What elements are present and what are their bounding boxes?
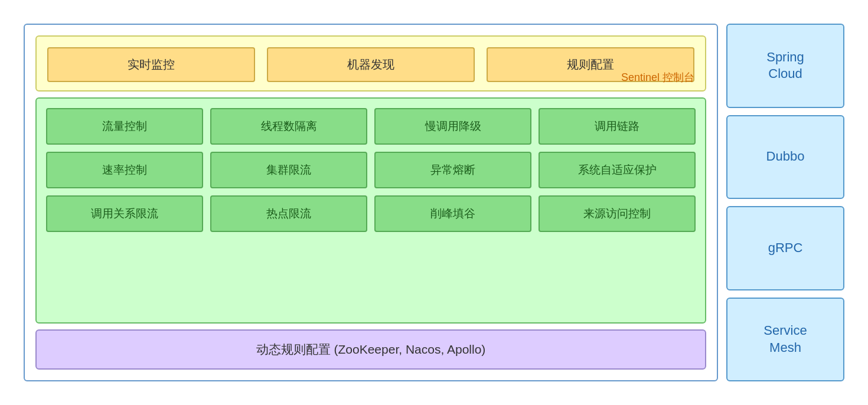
sidebar-service-mesh: Service Mesh xyxy=(726,298,844,382)
feature-hotspot-limit: 热点限流 xyxy=(210,195,367,232)
feature-thread-isolation: 线程数隔离 xyxy=(210,108,367,145)
sentinel-label: Sentinel 控制台 xyxy=(621,70,694,84)
dynamic-rules-section: 动态规则配置 (ZooKeeper, Nacos, Apollo) xyxy=(35,329,706,370)
feature-cluster-limit: 集群限流 xyxy=(210,152,367,188)
feature-access-control: 来源访问控制 xyxy=(539,195,696,232)
feature-peak-clipping: 削峰填谷 xyxy=(374,195,531,232)
main-panel: 实时监控 机器发现 规则配置 Sentinel 控制台 流量控制 线程数隔离 慢… xyxy=(24,24,718,381)
features-section: 流量控制 线程数隔离 慢调用降级 调用链路 速率控制 集群限流 异常熔断 系统自… xyxy=(35,97,706,324)
sidebar-spring-cloud: Spring Cloud xyxy=(726,24,844,108)
sentinel-section: 实时监控 机器发现 规则配置 Sentinel 控制台 xyxy=(35,35,706,92)
right-sidebar: Spring Cloud Dubbo gRPC Service Mesh xyxy=(726,24,844,381)
feature-system-adaptive: 系统自适应保护 xyxy=(539,152,696,188)
feature-flow-control: 流量控制 xyxy=(46,108,203,145)
feature-call-chain: 调用链路 xyxy=(539,108,696,145)
features-row-1: 流量控制 线程数隔离 慢调用降级 调用链路 xyxy=(46,108,696,145)
sentinel-box-discovery: 机器发现 xyxy=(267,47,475,82)
feature-rate-control: 速率控制 xyxy=(46,152,203,188)
sidebar-grpc: gRPC xyxy=(726,206,844,290)
feature-relation-limit: 调用关系限流 xyxy=(46,195,203,232)
feature-exception-break: 异常熔断 xyxy=(374,152,531,188)
features-row-2: 速率控制 集群限流 异常熔断 系统自适应保护 xyxy=(46,152,696,188)
sentinel-box-monitoring: 实时监控 xyxy=(47,47,255,82)
features-row-3: 调用关系限流 热点限流 削峰填谷 来源访问控制 xyxy=(46,195,696,232)
outer-wrapper: 实时监控 机器发现 规则配置 Sentinel 控制台 流量控制 线程数隔离 慢… xyxy=(12,12,856,393)
sidebar-dubbo: Dubbo xyxy=(726,115,844,200)
feature-slow-degrade: 慢调用降级 xyxy=(374,108,531,145)
